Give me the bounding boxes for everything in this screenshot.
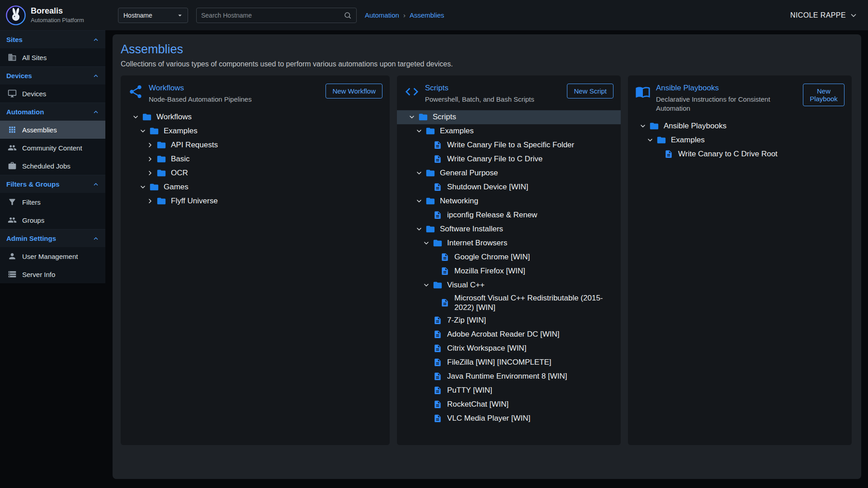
assemblies-icon — [8, 125, 17, 134]
chevron-down-icon[interactable] — [420, 239, 432, 247]
tree-item[interactable]: Scripts — [397, 110, 621, 124]
tree-item[interactable]: Software Installers — [397, 222, 621, 236]
chevron-right-icon[interactable] — [144, 169, 156, 177]
sidebar-section-devices[interactable]: Devices — [0, 66, 105, 84]
sidebar-item-label: Filters — [22, 198, 41, 206]
tree-item[interactable]: Internet Browsers — [397, 236, 621, 250]
sidebar-item-label: All Sites — [22, 54, 47, 61]
tree-item[interactable]: Shutdown Device [WIN] — [397, 180, 621, 194]
tree-item[interactable]: PuTTY [WIN] — [397, 383, 621, 397]
sidebar-section-admin-settings[interactable]: Admin Settings — [0, 229, 105, 247]
sidebar-item-community-content[interactable]: Community Content — [0, 139, 105, 157]
scripts-tree: ScriptsExamplesWrite Canary File to a Sp… — [397, 110, 621, 426]
sidebar-item-devices[interactable]: Devices — [0, 84, 105, 103]
chevron-down-icon[interactable] — [413, 197, 425, 205]
tree-item[interactable]: ipconfig Release & Renew — [397, 208, 621, 222]
playbooks-tree: Ansible PlaybooksExamplesWrite Canary to… — [628, 119, 852, 161]
chevron-down-icon[interactable] — [420, 282, 432, 289]
chevron-down-icon[interactable] — [637, 122, 649, 130]
tree-item[interactable]: FileZilla [WIN] [INCOMPLETE] — [397, 355, 621, 369]
tree-item[interactable]: Write Canary File to C Drive — [397, 152, 621, 166]
tree-item-label: Flyff Universe — [171, 195, 218, 206]
tree-item[interactable]: Microsoft Visual C++ Redistributable (20… — [397, 292, 621, 314]
workflow-icon — [128, 84, 143, 99]
folder-icon — [425, 196, 436, 206]
tree-item[interactable]: Networking — [397, 194, 621, 208]
tree-item[interactable]: Google Chrome [WIN] — [397, 250, 621, 264]
sidebar: Sites All Sites Devices Devices Automati… — [0, 30, 105, 283]
tree-item[interactable]: Ansible Playbooks — [628, 119, 852, 133]
folder-icon — [649, 121, 660, 131]
hostname-select-value: Hostname — [123, 12, 152, 19]
new-workflow-button[interactable]: New Workflow — [326, 84, 382, 99]
file-icon — [432, 344, 443, 353]
tree-item-label: Shutdown Device [WIN] — [447, 181, 528, 192]
chevron-down-icon[interactable] — [413, 127, 425, 135]
chevron-down-icon[interactable] — [137, 183, 149, 191]
chevron-down-icon[interactable] — [406, 113, 418, 121]
scripts-card-header: Scripts Powershell, Batch, and Bash Scri… — [397, 81, 621, 104]
sidebar-section-label: Devices — [6, 72, 32, 80]
sidebar-item-assemblies[interactable]: Assemblies — [0, 121, 105, 139]
chevron-right-icon[interactable] — [144, 155, 156, 163]
chevron-down-icon[interactable] — [137, 127, 149, 135]
tree-item[interactable]: Flyff Universe — [121, 194, 390, 208]
user-menu[interactable]: NICOLE RAPPE — [790, 11, 858, 20]
tree-item[interactable]: General Purpose — [397, 166, 621, 180]
scripts-card-subtitle: Powershell, Batch, and Bash Scripts — [425, 95, 561, 104]
chevron-down-icon[interactable] — [130, 113, 142, 121]
new-script-button[interactable]: New Script — [567, 84, 613, 99]
tree-item[interactable]: 7-Zip [WIN] — [397, 313, 621, 327]
search-icon — [344, 11, 352, 19]
sidebar-item-scheduled-jobs[interactable]: Scheduled Jobs — [0, 157, 105, 175]
tree-item[interactable]: VLC Media Player [WIN] — [397, 411, 621, 425]
sidebar-item-user-management[interactable]: User Management — [0, 247, 105, 265]
tree-item[interactable]: Mozilla Firefox [WIN] — [397, 264, 621, 278]
scripts-card: Scripts Powershell, Batch, and Bash Scri… — [397, 75, 621, 445]
sidebar-section-automation[interactable]: Automation — [0, 103, 105, 121]
file-icon — [432, 211, 443, 220]
breadcrumb-assemblies[interactable]: Assemblies — [410, 11, 444, 19]
sidebar-section-filters-groups[interactable]: Filters & Groups — [0, 175, 105, 193]
folder-icon — [656, 135, 667, 145]
breadcrumb-automation[interactable]: Automation — [365, 11, 399, 19]
tree-item[interactable]: Workflows — [121, 110, 390, 124]
chevron-right-icon[interactable] — [144, 197, 156, 205]
right-column: Hostname Automation › Assemblies NICOLE … — [105, 0, 868, 488]
chevron-down-icon[interactable] — [413, 169, 425, 177]
sidebar-item-server-info[interactable]: Server Info — [0, 265, 105, 283]
chevron-up-icon — [92, 72, 100, 80]
search-input[interactable] — [201, 12, 344, 19]
brand-header[interactable]: Borealis Automation Platform — [0, 0, 105, 30]
hostname-select[interactable]: Hostname — [118, 8, 188, 23]
sidebar-item-groups[interactable]: Groups — [0, 211, 105, 229]
sidebar-section-sites[interactable]: Sites — [0, 30, 105, 48]
tree-item[interactable]: Write Canary to C Drive Root — [628, 147, 852, 161]
tree-item[interactable]: Basic — [121, 152, 390, 166]
tree-item[interactable]: Games — [121, 180, 390, 194]
tree-item[interactable]: Examples — [397, 124, 621, 138]
workflows-card-title: Workflows — [149, 84, 320, 93]
chevron-down-icon[interactable] — [413, 225, 425, 233]
tree-item[interactable]: RocketChat [WIN] — [397, 397, 621, 411]
tree-item[interactable]: OCR — [121, 166, 390, 180]
chevron-right-icon[interactable] — [144, 141, 156, 149]
folder-icon — [142, 112, 152, 122]
tree-item[interactable]: Write Canary File to a Specific Folder — [397, 138, 621, 152]
tree-item[interactable]: Examples — [628, 133, 852, 147]
tree-item[interactable]: API Requests — [121, 138, 390, 152]
chevron-down-icon[interactable] — [644, 136, 656, 144]
tree-item[interactable]: Visual C++ — [397, 278, 621, 292]
tree-item[interactable]: Examples — [121, 124, 390, 138]
tree-item-label: Examples — [671, 134, 705, 145]
people-icon — [8, 216, 17, 225]
sidebar-item-all-sites[interactable]: All Sites — [0, 48, 105, 66]
new-playbook-button[interactable]: New Playbook — [803, 84, 844, 106]
sidebar-section-label: Automation — [6, 108, 44, 116]
sidebar-item-filters[interactable]: Filters — [0, 193, 105, 211]
tree-item[interactable]: Adobe Acrobat Reader DC [WIN] — [397, 327, 621, 341]
tree-item[interactable]: Citrix Workspace [WIN] — [397, 341, 621, 355]
workflows-card: Workflows Node-Based Automation Pipeline… — [121, 75, 390, 445]
sidebar-section-label: Sites — [6, 36, 23, 43]
tree-item[interactable]: Java Runtime Environment 8 [WIN] — [397, 369, 621, 383]
